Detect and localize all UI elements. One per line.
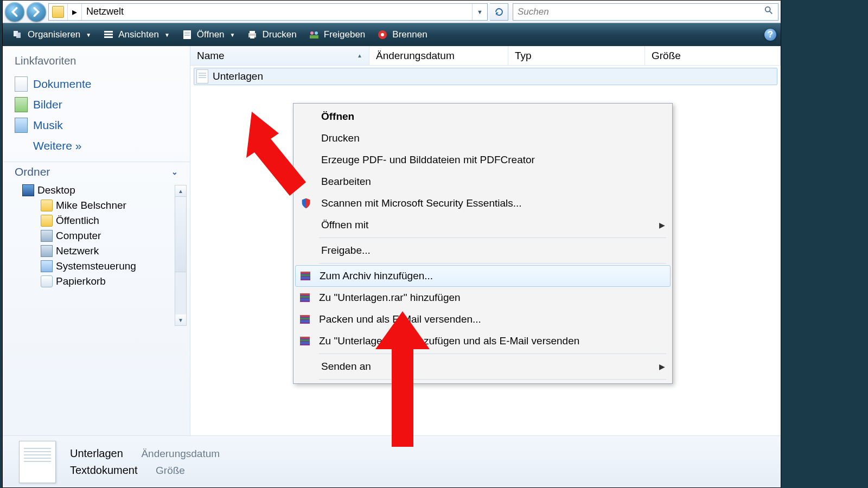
details-type: Textdokument [70, 464, 138, 476]
ctx-share[interactable]: Freigabe... [295, 240, 671, 261]
ctx-label: Öffnen mit [321, 219, 368, 231]
svg-rect-4 [104, 31, 113, 33]
ctx-send-to[interactable]: Senden an ▶ [295, 356, 671, 377]
burn-label: Brennen [392, 29, 427, 40]
sort-ascending-icon: ▲ [357, 53, 362, 59]
scroll-up-icon[interactable]: ▲ [175, 185, 186, 196]
svg-point-14 [310, 31, 314, 35]
search-icon [764, 5, 774, 18]
search-input[interactable]: Suchen [513, 3, 778, 21]
ctx-add-to-rar[interactable]: Zu "Unterlagen.rar" hinzufügen [295, 287, 671, 309]
svg-rect-33 [300, 339, 310, 341]
svg-marker-35 [246, 112, 306, 196]
ctx-label: Zu "Unterlagen.rar" hinzufügen [319, 292, 461, 304]
column-name[interactable]: Name ▲ [190, 46, 369, 65]
tree-item-user[interactable]: Mike Belschner [22, 198, 190, 213]
ctx-pdfcreator[interactable]: Erzeuge PDF- und Bilddateien mit PDFCrea… [295, 149, 671, 171]
chevron-down-icon: ⌄ [171, 168, 178, 176]
forward-button[interactable] [27, 2, 46, 22]
print-button[interactable]: Drucken [241, 27, 302, 42]
ctx-add-to-archive[interactable]: Zum Archiv hinzufügen... [295, 265, 671, 287]
ctx-scan[interactable]: Scannen mit Microsoft Security Essential… [295, 192, 671, 214]
command-bar: Organisieren ▼ Ansichten ▼ Öffnen ▼ Druc… [3, 23, 781, 46]
svg-rect-26 [300, 299, 310, 300]
folder-icon [52, 6, 64, 18]
refresh-button[interactable] [490, 3, 508, 21]
tree-item-computer[interactable]: Computer [22, 228, 190, 243]
computer-icon [41, 230, 53, 242]
rar-icon [298, 291, 311, 304]
file-row[interactable]: Unterlagen [194, 68, 777, 85]
submenu-arrow-icon: ▶ [659, 362, 665, 371]
ctx-label: Drucken [321, 132, 360, 144]
svg-rect-5 [104, 34, 113, 35]
spacer [298, 243, 314, 258]
context-menu: Öffnen Drucken Erzeuge PDF- und Bilddate… [293, 103, 673, 384]
burn-button[interactable]: Brennen [372, 27, 432, 42]
address-bar[interactable]: ▸ Netzwelt ▼ [48, 3, 488, 21]
open-button[interactable]: Öffnen ▼ [176, 27, 241, 42]
ctx-open[interactable]: Öffnen [295, 106, 671, 127]
tree-scrollbar[interactable]: ▲ ▼ [175, 185, 187, 326]
sidebar-link-more[interactable]: Weitere » [3, 136, 190, 156]
tree-item-control-panel[interactable]: Systemsteuerung [22, 259, 190, 274]
tree-item-desktop[interactable]: Desktop [22, 183, 190, 198]
details-filename: Unterlagen [70, 447, 123, 459]
recycle-bin-icon [41, 275, 53, 287]
submenu-arrow-icon: ▶ [659, 221, 665, 229]
views-icon [103, 29, 114, 40]
folder-icon [41, 215, 53, 227]
ctx-edit[interactable]: Bearbeiten [295, 171, 671, 192]
details-modified-label: Änderungsdatum [141, 448, 220, 459]
tree-item-public[interactable]: Öffentlich [22, 213, 190, 228]
help-button[interactable]: ? [764, 29, 776, 41]
svg-rect-34 [300, 342, 310, 344]
documents-icon [15, 76, 28, 92]
share-icon [309, 29, 320, 40]
sidebar-link-music[interactable]: Musik [3, 115, 190, 136]
folders-header[interactable]: Ordner ⌄ [3, 162, 190, 182]
column-type[interactable]: Typ [508, 46, 645, 65]
separator [319, 237, 666, 238]
column-size[interactable]: Größe [645, 46, 781, 65]
svg-rect-25 [300, 296, 310, 298]
tree-item-recycle-bin[interactable]: Papierkorb [22, 274, 190, 289]
ctx-label: Zu "Unterlagen.rar" hinzufügen und als E… [319, 335, 579, 347]
text-file-icon [196, 69, 208, 84]
back-button[interactable] [5, 2, 24, 22]
spacer [15, 138, 28, 153]
address-dropdown[interactable]: ▼ [472, 4, 487, 20]
breadcrumb-arrow[interactable]: ▸ [67, 4, 81, 20]
column-modified[interactable]: Änderungsdatum [369, 46, 508, 65]
column-label: Name [197, 50, 225, 62]
details-text: Unterlagen Änderungsdatum Textdokument G… [70, 445, 220, 478]
scroll-thumb[interactable] [175, 196, 186, 272]
sidebar-link-pictures[interactable]: Bilder [3, 94, 190, 115]
svg-rect-21 [301, 274, 310, 276]
ctx-print[interactable]: Drucken [295, 127, 671, 149]
organize-icon [12, 29, 23, 40]
spacer [298, 359, 314, 374]
svg-rect-8 [184, 32, 190, 33]
views-button[interactable]: Ansichten ▼ [98, 27, 175, 42]
ctx-pack-mail[interactable]: Packen und als E-Mail versenden... [295, 309, 671, 330]
ctx-label: Öffnen [321, 111, 354, 123]
column-label: Größe [652, 50, 681, 62]
sidebar-link-documents[interactable]: Dokumente [3, 74, 190, 94]
open-label: Öffnen [197, 29, 225, 40]
sidebar-link-label: Dokumente [33, 78, 91, 91]
breadcrumb-folder[interactable]: Netzwelt [81, 4, 128, 20]
ctx-label: Senden an [321, 361, 371, 373]
share-button[interactable]: Freigeben [303, 27, 371, 42]
svg-rect-28 [300, 315, 310, 317]
ctx-open-with[interactable]: Öffnen mit ▶ [295, 214, 671, 236]
svg-rect-10 [184, 35, 190, 36]
ctx-add-rar-mail[interactable]: Zu "Unterlagen.rar" hinzufügen und als E… [295, 330, 671, 352]
tree-item-network[interactable]: Netzwerk [22, 243, 190, 259]
sidebar-link-label: Weitere » [33, 139, 82, 152]
svg-marker-36 [375, 311, 430, 447]
organize-button[interactable]: Organisieren ▼ [7, 27, 97, 42]
svg-rect-12 [250, 31, 255, 34]
scroll-down-icon[interactable]: ▼ [175, 314, 186, 325]
svg-rect-32 [300, 337, 310, 338]
